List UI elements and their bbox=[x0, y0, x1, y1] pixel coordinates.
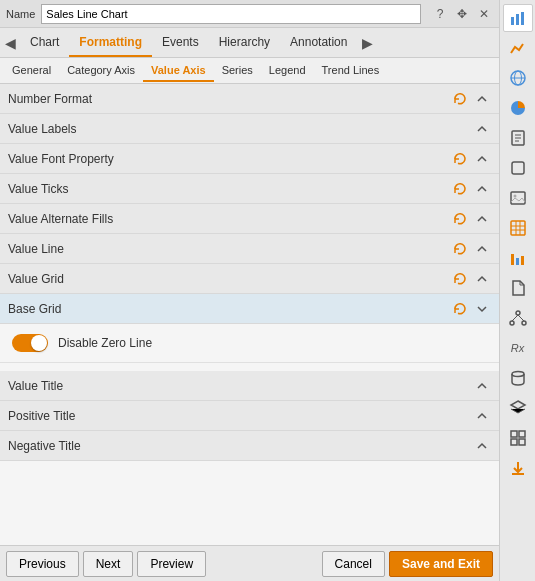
name-label: Name bbox=[6, 8, 35, 20]
sidebar-shape-icon[interactable] bbox=[503, 154, 533, 182]
chevron-up-icon[interactable] bbox=[473, 90, 491, 108]
section-row[interactable]: Negative Title bbox=[0, 431, 499, 461]
svg-rect-30 bbox=[511, 439, 517, 445]
svg-line-24 bbox=[512, 315, 518, 321]
subtab-category-axis[interactable]: Category Axis bbox=[59, 60, 143, 82]
sidebar-file-icon[interactable] bbox=[503, 274, 533, 302]
sidebar-linechart-icon[interactable] bbox=[503, 244, 533, 272]
sidebar-download-icon[interactable] bbox=[503, 454, 533, 482]
refresh-icon[interactable] bbox=[451, 270, 469, 288]
tab-annotation[interactable]: Annotation bbox=[280, 29, 357, 57]
refresh-icon[interactable] bbox=[451, 240, 469, 258]
right-sidebar: Rx bbox=[499, 0, 535, 581]
close-icon[interactable]: ✕ bbox=[475, 5, 493, 23]
disable-zero-line-toggle[interactable] bbox=[12, 334, 48, 352]
sidebar-table-icon[interactable] bbox=[503, 214, 533, 242]
svg-rect-2 bbox=[521, 12, 524, 25]
section-label: Value Title bbox=[8, 379, 473, 393]
subtab-value-axis[interactable]: Value Axis bbox=[143, 60, 214, 82]
section-label: Value Grid bbox=[8, 272, 451, 286]
chevron-up-icon[interactable] bbox=[473, 240, 491, 258]
section-label: Number Format bbox=[8, 92, 451, 106]
svg-rect-18 bbox=[511, 254, 514, 265]
chevron-up-icon[interactable] bbox=[473, 377, 491, 395]
section-row[interactable]: Positive Title bbox=[0, 401, 499, 431]
svg-point-12 bbox=[513, 195, 516, 198]
svg-rect-1 bbox=[516, 14, 519, 25]
tab-chart[interactable]: Chart bbox=[20, 29, 69, 57]
section-label: Base Grid bbox=[8, 302, 451, 316]
section-label: Value Line bbox=[8, 242, 451, 256]
section-label: Positive Title bbox=[8, 409, 473, 423]
tab-formatting[interactable]: Formatting bbox=[69, 29, 152, 57]
subtab-general[interactable]: General bbox=[4, 60, 59, 82]
section-row[interactable]: Value Title bbox=[0, 371, 499, 401]
next-button[interactable]: Next bbox=[83, 551, 134, 577]
nav-prev-arrow[interactable]: ◀ bbox=[0, 28, 20, 58]
svg-marker-27 bbox=[511, 401, 525, 409]
sidebar-pie-icon[interactable] bbox=[503, 94, 533, 122]
nav-next-arrow[interactable]: ▶ bbox=[357, 28, 377, 58]
section-label: Negative Title bbox=[8, 439, 473, 453]
refresh-icon[interactable] bbox=[451, 150, 469, 168]
chevron-down-icon[interactable] bbox=[473, 300, 491, 318]
svg-point-23 bbox=[522, 321, 526, 325]
subtab-legend[interactable]: Legend bbox=[261, 60, 314, 82]
sidebar-network-icon[interactable] bbox=[503, 304, 533, 332]
chevron-up-icon[interactable] bbox=[473, 437, 491, 455]
section-row[interactable]: Number Format bbox=[0, 84, 499, 114]
refresh-icon[interactable] bbox=[451, 300, 469, 318]
subtab-trend-lines[interactable]: Trend Lines bbox=[314, 60, 388, 82]
sidebar-map-icon[interactable] bbox=[503, 64, 533, 92]
toggle-knob bbox=[31, 335, 47, 351]
sidebar-image-icon[interactable] bbox=[503, 184, 533, 212]
chevron-up-icon[interactable] bbox=[473, 150, 491, 168]
refresh-icon[interactable] bbox=[451, 180, 469, 198]
svg-rect-19 bbox=[516, 258, 519, 265]
sidebar-rx-icon[interactable]: Rx bbox=[503, 334, 533, 362]
tab-hierarchy[interactable]: Hierarchy bbox=[209, 29, 280, 57]
svg-rect-28 bbox=[511, 431, 517, 437]
refresh-icon[interactable] bbox=[451, 210, 469, 228]
section-label: Value Ticks bbox=[8, 182, 451, 196]
move-icon[interactable]: ✥ bbox=[453, 5, 471, 23]
svg-rect-29 bbox=[519, 431, 525, 437]
tab-events[interactable]: Events bbox=[152, 29, 209, 57]
chevron-up-icon[interactable] bbox=[473, 407, 491, 425]
section-row[interactable]: Base Grid bbox=[0, 294, 499, 324]
save-exit-button[interactable]: Save and Exit bbox=[389, 551, 493, 577]
sidebar-chart-icon[interactable] bbox=[503, 4, 533, 32]
svg-rect-11 bbox=[511, 192, 525, 204]
subtab-series[interactable]: Series bbox=[214, 60, 261, 82]
svg-rect-0 bbox=[511, 17, 514, 25]
section-label: Value Alternate Fills bbox=[8, 212, 451, 226]
help-icon[interactable]: ? bbox=[431, 5, 449, 23]
chevron-up-icon[interactable] bbox=[473, 180, 491, 198]
svg-rect-20 bbox=[521, 256, 524, 265]
section-row[interactable]: Value Ticks bbox=[0, 174, 499, 204]
cancel-button[interactable]: Cancel bbox=[322, 551, 385, 577]
previous-button[interactable]: Previous bbox=[6, 551, 79, 577]
svg-point-22 bbox=[510, 321, 514, 325]
section-row[interactable]: Value Grid bbox=[0, 264, 499, 294]
chevron-up-icon[interactable] bbox=[473, 270, 491, 288]
chevron-up-icon[interactable] bbox=[473, 210, 491, 228]
svg-point-21 bbox=[516, 311, 520, 315]
sidebar-grid2-icon[interactable] bbox=[503, 424, 533, 452]
section-row[interactable]: Value Line bbox=[0, 234, 499, 264]
refresh-icon[interactable] bbox=[451, 90, 469, 108]
chart-name-input[interactable] bbox=[41, 4, 421, 24]
preview-button[interactable]: Preview bbox=[137, 551, 206, 577]
section-row[interactable]: Value Font Property bbox=[0, 144, 499, 174]
svg-rect-13 bbox=[511, 221, 525, 235]
sidebar-analytics-icon[interactable] bbox=[503, 34, 533, 62]
chevron-up-icon[interactable] bbox=[473, 120, 491, 138]
section-row[interactable]: Value Labels bbox=[0, 114, 499, 144]
section-label: Value Font Property bbox=[8, 152, 451, 166]
sidebar-layers-icon[interactable] bbox=[503, 394, 533, 422]
sidebar-data-icon[interactable] bbox=[503, 364, 533, 392]
sidebar-document-icon[interactable] bbox=[503, 124, 533, 152]
section-row[interactable]: Value Alternate Fills bbox=[0, 204, 499, 234]
toggle-label: Disable Zero Line bbox=[58, 336, 152, 350]
svg-rect-31 bbox=[519, 439, 525, 445]
